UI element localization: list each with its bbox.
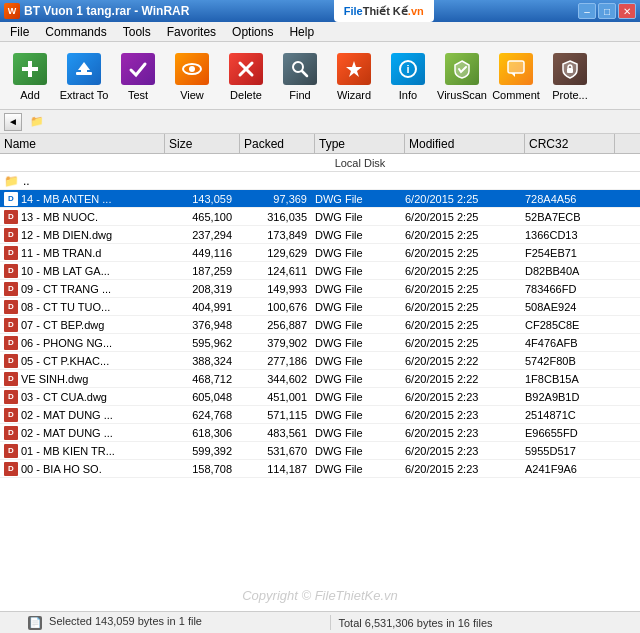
logo-file: File — [344, 5, 363, 17]
test-label: Test — [128, 89, 148, 101]
table-row[interactable]: D 10 - MB LAT GA... 187,259 124,611 DWG … — [0, 262, 640, 280]
pathbar: ◄ 📁 — [0, 110, 640, 134]
add-label: Add — [20, 89, 40, 101]
toolbar-comment-button[interactable]: Comment — [490, 47, 542, 105]
table-row[interactable]: D 01 - MB KIEN TR... 599,392 531,670 DWG… — [0, 442, 640, 460]
file-modified: 6/20/2015 2:25 — [405, 247, 525, 259]
table-row[interactable]: D 08 - CT TU TUO... 404,991 100,676 DWG … — [0, 298, 640, 316]
delete-icon — [228, 51, 264, 87]
logo-vn: .vn — [408, 5, 424, 17]
col-header-name[interactable]: Name — [0, 134, 165, 153]
table-row[interactable]: D 05 - CT P.KHAC... 388,324 277,186 DWG … — [0, 352, 640, 370]
table-row[interactable]: D 09 - CT TRANG ... 208,319 149,993 DWG … — [0, 280, 640, 298]
file-type: DWG File — [315, 193, 405, 205]
table-row[interactable]: D 00 - BIA HO SO. 158,708 114,187 DWG Fi… — [0, 460, 640, 478]
file-modified: 6/20/2015 2:25 — [405, 301, 525, 313]
table-row[interactable]: D 03 - CT CUA.dwg 605,048 451,001 DWG Fi… — [0, 388, 640, 406]
file-size: 605,048 — [165, 391, 240, 403]
table-row[interactable]: D 07 - CT BEP.dwg 376,948 256,887 DWG Fi… — [0, 316, 640, 334]
toolbar-wizard-button[interactable]: Wizard — [328, 47, 380, 105]
upfolder-row[interactable]: 📁 .. — [0, 172, 640, 190]
file-packed: 173,849 — [240, 229, 315, 241]
column-headers: Name Size Packed Type Modified CRC32 — [0, 134, 640, 154]
app-icon: W — [4, 3, 20, 19]
file-name: D 00 - BIA HO SO. — [0, 462, 165, 476]
file-name: D 06 - PHONG NG... — [0, 336, 165, 350]
toolbar-extract-button[interactable]: Extract To — [58, 47, 110, 105]
file-type: DWG File — [315, 391, 405, 403]
protect-label: Prote... — [552, 89, 587, 101]
menubar: File Commands Tools Favorites Options He… — [0, 22, 640, 42]
file-crc: 783466FD — [525, 283, 615, 295]
col-header-modified[interactable]: Modified — [405, 134, 525, 153]
file-crc: 5742F80B — [525, 355, 615, 367]
minimize-button[interactable]: – — [578, 3, 596, 19]
close-button[interactable]: ✕ — [618, 3, 636, 19]
menu-tools[interactable]: Tools — [115, 23, 159, 41]
table-row[interactable]: D 12 - MB DIEN.dwg 237,294 173,849 DWG F… — [0, 226, 640, 244]
col-header-size[interactable]: Size — [165, 134, 240, 153]
dwg-file-icon: D — [4, 192, 18, 206]
menu-commands[interactable]: Commands — [37, 23, 114, 41]
toolbar-delete-button[interactable]: Delete — [220, 47, 272, 105]
file-type: DWG File — [315, 301, 405, 313]
toolbar-view-button[interactable]: View — [166, 47, 218, 105]
dwg-file-icon: D — [4, 300, 18, 314]
file-crc: 1F8CB15A — [525, 373, 615, 385]
file-name: D 07 - CT BEP.dwg — [0, 318, 165, 332]
table-row[interactable]: D 06 - PHONG NG... 595,962 379,902 DWG F… — [0, 334, 640, 352]
file-packed: 97,369 — [240, 193, 315, 205]
col-header-packed[interactable]: Packed — [240, 134, 315, 153]
file-crc: A241F9A6 — [525, 463, 615, 475]
file-size: 599,392 — [165, 445, 240, 457]
file-modified: 6/20/2015 2:25 — [405, 337, 525, 349]
file-modified: 6/20/2015 2:23 — [405, 391, 525, 403]
col-header-type[interactable]: Type — [315, 134, 405, 153]
file-crc: 52BA7ECB — [525, 211, 615, 223]
window-title: BT Vuon 1 tang.rar - WinRAR — [24, 4, 189, 18]
file-modified: 6/20/2015 2:25 — [405, 193, 525, 205]
file-list: Name Size Packed Type Modified CRC32 Loc… — [0, 134, 640, 611]
table-row[interactable]: D 02 - MAT DUNG ... 618,306 483,561 DWG … — [0, 424, 640, 442]
file-packed: 571,115 — [240, 409, 315, 421]
file-packed: 277,186 — [240, 355, 315, 367]
table-row[interactable]: D VE SINH.dwg 468,712 344,602 DWG File 6… — [0, 370, 640, 388]
menu-help[interactable]: Help — [281, 23, 322, 41]
dwg-file-icon: D — [4, 336, 18, 350]
content-area: Name Size Packed Type Modified CRC32 Loc… — [0, 134, 640, 611]
file-name: D 01 - MB KIEN TR... — [0, 444, 165, 458]
menu-file[interactable]: File — [2, 23, 37, 41]
toolbar-protect-button[interactable]: Prote... — [544, 47, 596, 105]
table-row[interactable]: D 14 - MB ANTEN ... 143,059 97,369 DWG F… — [0, 190, 640, 208]
file-size: 388,324 — [165, 355, 240, 367]
logo: FileThiết Kế.vn — [334, 0, 434, 22]
file-modified: 6/20/2015 2:22 — [405, 373, 525, 385]
table-row[interactable]: D 13 - MB NUOC. 465,100 316,035 DWG File… — [0, 208, 640, 226]
wizard-label: Wizard — [337, 89, 371, 101]
svg-point-5 — [189, 66, 195, 72]
col-header-crc[interactable]: CRC32 — [525, 134, 615, 153]
back-button[interactable]: ◄ — [4, 113, 22, 131]
file-crc: 728A4A56 — [525, 193, 615, 205]
file-size: 158,708 — [165, 463, 240, 475]
file-packed: 149,993 — [240, 283, 315, 295]
wizard-icon — [336, 51, 372, 87]
toolbar-test-button[interactable]: Test — [112, 47, 164, 105]
toolbar-add-button[interactable]: Add — [4, 47, 56, 105]
file-crc: E96655FD — [525, 427, 615, 439]
status-right: Total 6,531,306 bytes in 16 files — [331, 617, 641, 629]
maximize-button[interactable]: □ — [598, 3, 616, 19]
table-row[interactable]: D 02 - MAT DUNG ... 624,768 571,115 DWG … — [0, 406, 640, 424]
file-name: D 05 - CT P.KHAC... — [0, 354, 165, 368]
file-crc: 508AE924 — [525, 301, 615, 313]
file-modified: 6/20/2015 2:25 — [405, 319, 525, 331]
table-row[interactable]: D 11 - MB TRAN.d 449,116 129,629 DWG Fil… — [0, 244, 640, 262]
file-crc: 5955D517 — [525, 445, 615, 457]
menu-options[interactable]: Options — [224, 23, 281, 41]
toolbar-find-button[interactable]: Find — [274, 47, 326, 105]
file-packed: 129,629 — [240, 247, 315, 259]
file-name: D 14 - MB ANTEN ... — [0, 192, 165, 206]
toolbar-info-button[interactable]: i Info — [382, 47, 434, 105]
menu-favorites[interactable]: Favorites — [159, 23, 224, 41]
toolbar-virusscan-button[interactable]: VirusScan — [436, 47, 488, 105]
